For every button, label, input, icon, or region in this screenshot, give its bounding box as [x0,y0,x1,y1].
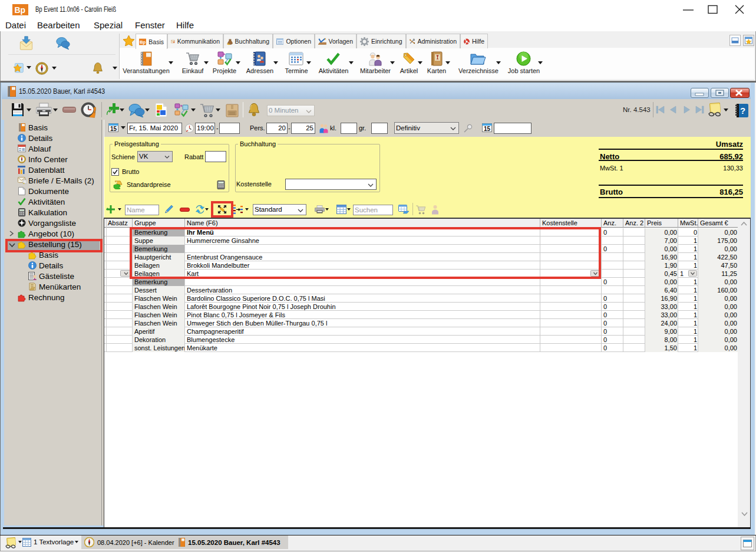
svg-text:Bp: Bp [15,5,26,15]
svg-text:?: ? [740,106,745,116]
svg-text:Bp: Bp [140,40,146,45]
svg-text:15: 15 [484,126,491,132]
svg-text:15: 15 [110,126,117,132]
